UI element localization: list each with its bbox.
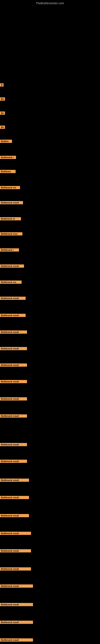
bottleneck-result-label: Bottleneck res [0,186,20,189]
bottleneck-result-label: Bottleneck result [0,314,26,317]
bottleneck-result-label: Bottleneck result [0,514,29,517]
bottleneck-result-label: Bottleneck result [0,496,29,499]
bottleneck-result-label: Bo [0,126,5,129]
bottleneck-result-label: Bottleneck result [0,364,27,367]
bottleneck-result-label: Bottleneck result [0,532,31,535]
site-title: TheBottlenecker.com [0,0,100,5]
bottleneck-result-label: Bottleneck result [0,549,31,552]
bottleneck-result-label: Bottlenec [0,170,16,173]
bottleneck-result-label: Bottleneck result [0,460,27,463]
bottleneck-result-label: Bottleneck result [0,603,33,606]
bottleneck-result-label: Bo [0,98,5,100]
bottleneck-result-label: B [0,83,3,86]
bottleneck-result-label: Bottleneck resu [0,232,22,236]
bottleneck-result-label: Bottleneck result [0,330,27,334]
bottleneck-result-label: Bottleneck res [0,280,22,284]
bottleneck-result-label: Bottleneck result [0,380,27,383]
bottleneck-result-label: Bottleneck result [0,443,27,446]
bottleneck-result-label: Bottleneck result [0,397,27,400]
bottleneck-result-label: Bottleneck result [0,264,24,268]
bottleneck-result-label: Bottleneck result [0,584,33,588]
bottleneck-result-label: Bo [0,112,5,115]
bottleneck-result-label: Bottleneck result [0,478,29,482]
bottleneck-result-label: Bottleneck r [0,248,19,252]
bottleneck-result-label: Bottleneck result [0,347,27,350]
bottleneck-result-label: Bottleneck r [0,156,16,159]
bottleneck-result-label: Bottleneck result [0,297,26,300]
bottleneck-result-label: Bottleneck re [0,217,21,220]
bottleneck-result-label: Bottleneck result [0,638,33,642]
bottleneck-result-label: Bottleneck result [0,621,33,624]
bottleneck-result-label: Bottleneck result [0,414,27,418]
bottleneck-result-label: Bottleneck result [0,201,23,204]
bottleneck-result-label: Bottlen [0,140,12,143]
bottleneck-result-label: Bottleneck result [0,567,31,570]
